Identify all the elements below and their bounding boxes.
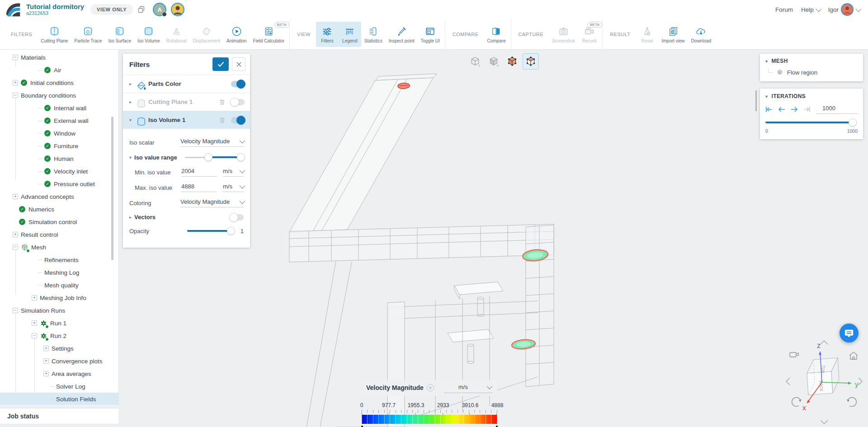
flow-region-item[interactable]: Flow region [768,69,858,76]
legend-range-marker-left[interactable] [359,425,365,427]
tree-item-convergence-plots[interactable]: +Convergence plots [0,355,118,367]
legend-options-icon[interactable]: ≡ [427,384,434,391]
coloring-select[interactable]: Velocity Magnitude [180,198,244,207]
range-max-handle[interactable] [237,153,245,161]
filters-button[interactable]: Filters [316,22,339,47]
filter-iso-volume-1[interactable]: ▾Iso Volume 1 [123,111,250,129]
apply-filters-button[interactable] [212,57,229,71]
tree-item-meshing-log[interactable]: Meshing Log [0,266,118,279]
expand-icon[interactable]: + [43,346,49,351]
legend-range-marker-right[interactable] [494,425,500,427]
legend-color-bar[interactable] [362,415,497,424]
vectors-toggle[interactable] [230,214,244,221]
tree-item-simulation-runs[interactable]: −Simulation Runs [0,304,118,317]
collapse-icon[interactable]: − [13,244,18,250]
iterations-panel-header[interactable]: ▾ ITERATIONS [765,93,858,99]
download-button[interactable]: Download [688,22,714,47]
rotate-ccw-icon[interactable] [792,398,801,407]
job-status-bar[interactable]: Job status [0,408,118,424]
rotate-down-chevron[interactable] [821,420,828,424]
tree-item-result-control[interactable]: +Result control [0,228,118,241]
filter-visibility-toggle[interactable] [231,117,245,123]
inspect-point-button[interactable]: Inspect point [386,22,418,47]
iteration-slider[interactable] [765,118,858,127]
iteration-value-input[interactable]: 1000 [816,105,858,114]
opacity-handle[interactable] [227,227,235,235]
help-menu[interactable]: Help [801,6,820,13]
tree-item-air[interactable]: ✓Air [0,64,118,76]
expand-icon[interactable]: + [13,80,18,85]
tree-item-furniture[interactable]: ✓Furniture [0,140,118,152]
range-min-handle[interactable] [204,153,212,161]
opacity-slider[interactable] [187,227,236,235]
min-unit-select[interactable]: m/s [223,168,244,177]
first-iteration-icon[interactable] [765,106,773,113]
tree-item-numerics[interactable]: ✓Numerics [0,203,118,216]
tree-item-materials[interactable]: −Materials [0,51,118,64]
cutting-plane-button[interactable]: Cutting Plane [38,22,71,47]
screenshot-button[interactable]: Screenshot [549,22,578,47]
chevron-down-icon[interactable]: ▾ [129,117,136,122]
expand-icon[interactable]: + [32,295,37,300]
tree-item-mesh-quality[interactable]: Mesh quality [0,279,118,291]
delete-filter-icon[interactable] [218,116,226,124]
tree-item-settings[interactable]: +Settings [0,342,118,355]
legend-button[interactable]: Legend [339,22,361,47]
close-filters-button[interactable] [232,57,245,71]
tree-item-internal-wall[interactable]: ✓Internal wall [0,102,118,114]
copy-project-icon[interactable] [137,5,146,14]
tree-item-meshing-job-info[interactable]: +Meshing Job Info [0,291,118,304]
tree-item-refinements[interactable]: Refinements [0,253,118,266]
tree-item-run-2[interactable]: −Run 2 [0,329,118,342]
filter-visibility-toggle[interactable] [231,99,245,105]
rotate-cw-icon[interactable] [848,398,856,407]
next-iteration-icon[interactable] [791,106,798,113]
collaborator-avatar[interactable]: A [153,3,166,16]
iso-value-range-slider[interactable] [185,153,244,161]
tree-item-initial-conditions[interactable]: +✓Initial conditions [0,76,118,89]
tree-item-human[interactable]: ✓Human [0,152,118,165]
tree-item-simulation-control[interactable]: ✓Simulation control [0,216,118,228]
user-menu[interactable]: Igor [828,3,860,16]
displacement-button[interactable]: Displacement [190,22,224,47]
tree-item-advanced-concepts[interactable]: +Advanced concepts [0,190,118,203]
tree-item-pressure-outlet[interactable]: ✓Pressure outlet [0,178,118,190]
rotate-up-chevron[interactable] [821,341,828,344]
iso-surface-button[interactable]: Iso Surface [105,22,134,47]
collaborator-avatar-photo[interactable] [171,3,184,16]
tree-item-run-1[interactable]: +Run 1 [0,317,118,329]
tree-item-solution-fields[interactable]: Solution Fields [0,393,118,405]
chevron-right-icon[interactable]: ▸ [129,215,132,220]
chevron-right-icon[interactable]: ▸ [129,99,136,104]
chevron-down-icon[interactable]: ▾ [129,155,132,160]
filter-visibility-toggle[interactable] [231,81,245,87]
collapse-icon[interactable]: − [32,333,37,338]
compare-button[interactable]: Compare [484,22,509,47]
min-iso-value-input[interactable]: 2004 [181,168,217,177]
tree-item-mesh[interactable]: −Mesh [0,241,118,253]
sidebar-scrollbar[interactable] [111,117,113,260]
import-view-button[interactable]: Import view [658,22,688,47]
navigation-cube-widget[interactable]: TOP BACK z y x [783,337,865,427]
tree-item-external-wall[interactable]: ✓External wall [0,114,118,127]
expand-icon[interactable]: + [43,358,49,364]
collapse-icon[interactable]: − [13,55,18,60]
max-iso-value-input[interactable]: 4888 [181,183,217,192]
animation-button[interactable]: Animation [223,22,250,47]
reset-button[interactable]: Reset [636,22,658,47]
surfaces-view-button[interactable] [504,53,520,70]
filter-cutting-plane-1[interactable]: ▸Cutting Plane 1 [123,93,250,111]
rotational-button[interactable]: Rotational [163,22,189,47]
wireframe-view-button[interactable] [467,53,483,70]
record-button[interactable]: RecordBETA [578,22,600,47]
rotate-right-chevron[interactable] [859,378,862,385]
iso-scalar-select[interactable]: Velocity Magnitude [180,138,244,147]
statistics-button[interactable]: Statistics [361,22,386,47]
mesh-panel-header[interactable]: ▾ MESH [765,58,858,64]
rotate-left-chevron[interactable] [786,378,790,385]
expand-icon[interactable]: + [43,371,49,376]
forum-link[interactable]: Forum [775,6,793,13]
tree-item-area-averages[interactable]: +Area averages [0,367,118,380]
iteration-slider-handle[interactable] [849,118,857,127]
iso-volume-button[interactable]: Iso Volume [134,22,163,47]
